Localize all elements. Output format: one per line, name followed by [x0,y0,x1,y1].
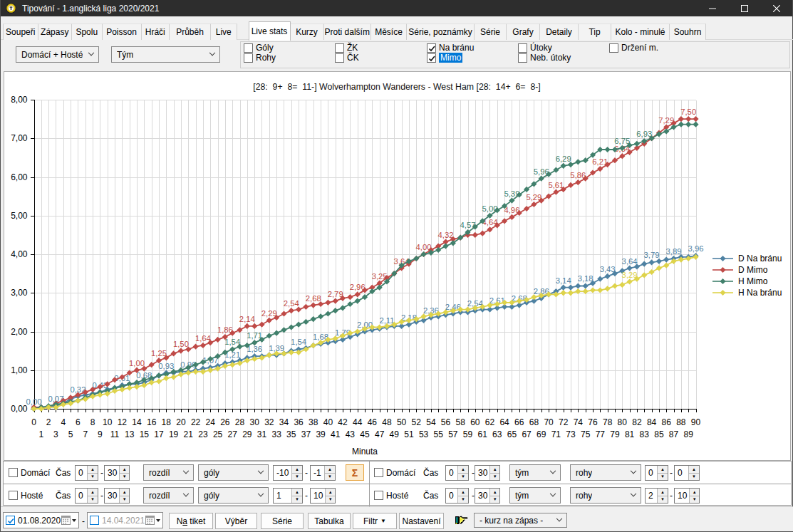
unchecked-checkbox[interactable] [335,43,344,53]
stepper-down-icon[interactable]: ▼ [458,496,468,503]
date-from-checkbox[interactable] [6,516,15,525]
tab-grafy[interactable]: Grafy [507,24,540,40]
tab-s-rie[interactable]: Série [475,24,507,40]
date-from-value: 01.08.2020 [18,516,61,526]
stepper-down-icon[interactable]: ▼ [689,473,699,480]
numeric-stepper[interactable]: 0▲▼ [445,465,469,481]
tab-live[interactable]: Live [211,24,237,40]
checked-checkbox[interactable] [427,43,436,53]
tab-kolo-minul-[interactable]: Kolo - minulé [611,24,670,40]
tab-pr-b-h[interactable]: Průběh [170,24,211,40]
filter-check-hoste[interactable]: Hosté [374,484,408,506]
live-stats-chart[interactable]: [28: 9+ 8= 11-] Wolverhampton Wanderers … [4,72,790,460]
x-tick-label: 80 [618,417,628,427]
tab-souhrn[interactable]: Souhrn [670,24,706,40]
tab-m-s-ce[interactable]: Měsíce [371,24,407,40]
unchecked-checkbox[interactable] [244,53,253,63]
filter-stat-select[interactable]: rohy [570,464,641,481]
serie-button[interactable]: Série [261,513,304,529]
x-tick-label: 54 [426,417,436,427]
numeric-stepper[interactable]: 30▲▼ [475,465,500,481]
stepper-down-icon[interactable]: ▼ [658,473,668,480]
filter-mode-select[interactable]: tým [509,487,561,504]
unchecked-checkbox[interactable] [518,43,527,53]
x-tick-label: 31 [257,429,267,439]
tab-tip[interactable]: Tip [579,24,611,40]
x-tick-label: 55 [434,429,444,439]
dropdown-arrow-icon[interactable] [156,519,160,522]
tab-hr-i[interactable]: Hráči [142,24,170,40]
tab-poisson[interactable]: Poisson [103,24,142,40]
stat-checkbox-mimo[interactable]: Mimo [427,53,474,63]
tabulka-button[interactable]: Tabulka [308,513,351,529]
tab-proti-dal-m[interactable]: Proti dalším [324,24,372,40]
side-select[interactable]: Domácí + Hosté [16,46,99,63]
unchecked-checkbox[interactable] [609,43,618,53]
stat-checkbox-g-ly[interactable]: Góly [244,43,276,53]
dropdown-arrow-icon[interactable] [72,519,76,522]
date-to-checkbox[interactable] [90,516,99,525]
stepper-down-icon[interactable]: ▼ [690,496,699,503]
numeric-stepper[interactable]: 0▲▼ [645,465,668,481]
y-tick-label: 5,00 [11,211,28,221]
filter-stat-value: rohy [576,491,592,501]
tab-live-stats[interactable]: Live stats [249,21,291,41]
x-tick-label: 46 [368,417,378,427]
tab-soupe-i[interactable]: Soupeři [3,24,38,40]
na-tiket-button[interactable]: Na tiket [169,513,213,529]
stat-checkbox-na-br-nu[interactable]: Na bránu [427,43,474,53]
filter-stat-value: rohy [576,468,592,478]
date-from-picker[interactable]: 01.08.2020 [3,512,79,528]
unchecked-checkbox[interactable] [374,491,383,500]
stepper-value: 0 [446,489,457,503]
filter-mode-select[interactable]: tým [509,464,561,481]
stepper-up-icon[interactable]: ▲ [658,466,668,473]
numeric-stepper[interactable]: 0▲▼ [445,488,469,504]
vyber-button[interactable]: Výběr [215,513,257,529]
unchecked-checkbox[interactable] [518,53,527,63]
stepper-up-icon[interactable]: ▲ [689,466,699,473]
maximize-button[interactable] [728,0,760,16]
date-to-picker[interactable]: 14.04.2021 [87,512,163,528]
stat-checkbox--toky[interactable]: Útoky [518,43,571,53]
legend-label: D Na bránu [738,254,782,264]
stat-checkbox--k[interactable]: ČK [335,53,359,63]
title-bar: Tipování - 1.anglická liga 2020/2021 [1,0,792,16]
stepper-down-icon[interactable]: ▼ [490,496,499,503]
unchecked-checkbox[interactable] [244,43,253,53]
stat-checkbox-neb-toky[interactable]: Neb. útoky [518,53,571,63]
type-select[interactable]: Tým [111,46,220,63]
stepper-down-icon[interactable]: ▼ [658,496,668,503]
checked-checkbox[interactable] [427,53,436,63]
stepper-up-icon[interactable]: ▲ [490,466,499,473]
stepper-up-icon[interactable]: ▲ [458,466,468,473]
tab-spolu[interactable]: Spolu [72,24,103,40]
numeric-stepper[interactable]: 2▲▼ [645,488,668,504]
numeric-stepper[interactable]: 0▲▼ [674,465,700,481]
close-button[interactable] [760,0,792,16]
tab-kurzy[interactable]: Kurzy [291,24,324,40]
numeric-stepper[interactable]: 30▲▼ [475,488,500,504]
stepper-up-icon[interactable]: ▲ [690,489,699,496]
stat-checkbox-dr-en-m-[interactable]: Držení m. [609,43,658,53]
tab-detaily[interactable]: Detaily [540,24,579,40]
stepper-down-icon[interactable]: ▼ [490,473,499,480]
stepper-down-icon[interactable]: ▼ [458,473,468,480]
unchecked-checkbox[interactable] [374,468,383,477]
stepper-up-icon[interactable]: ▲ [458,489,468,496]
stat-checkbox-rohy[interactable]: Rohy [244,53,276,63]
filtr-button[interactable]: Filtr▼ [353,513,397,529]
numeric-stepper[interactable]: 10▲▼ [674,488,700,504]
nastaveni-button[interactable]: Nastavení [399,513,444,529]
stepper-value: 0 [675,466,688,480]
minimize-button[interactable] [696,0,728,16]
stepper-up-icon[interactable]: ▲ [658,489,668,496]
odds-select[interactable]: - kurz na zápas - [474,513,567,528]
tab-z-pasy[interactable]: Zápasy [38,24,73,40]
tab-s-rie-pozn-mky[interactable]: Série, poznámky [407,24,475,40]
filter-stat-select[interactable]: rohy [570,487,641,504]
stat-checkbox--k[interactable]: ŽK [335,43,359,53]
unchecked-checkbox[interactable] [335,53,344,63]
stepper-up-icon[interactable]: ▲ [490,489,499,496]
filter-check-domaci[interactable]: Domácí [374,461,415,484]
